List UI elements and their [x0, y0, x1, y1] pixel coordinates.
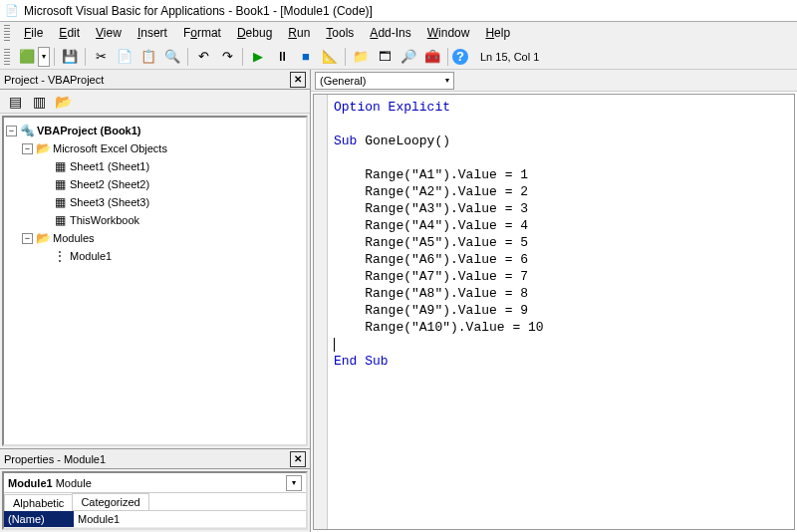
properties-panel-title: Properties - Module1	[4, 453, 106, 465]
object-combo[interactable]: (General) ▾	[315, 72, 454, 90]
object-combo-value: (General)	[320, 75, 366, 87]
code-editor[interactable]: Option Explicit Sub GoneLoopy() Range("A…	[328, 95, 794, 529]
left-panel: Project - VBAProject ✕ ▤ ▥ 📂 − 🔩 VBAProj…	[0, 70, 311, 532]
separator	[345, 48, 346, 66]
menu-debug[interactable]: Debug	[229, 24, 280, 42]
folder-icon: 📂	[35, 140, 51, 156]
menu-tools[interactable]: Tools	[318, 24, 362, 42]
separator	[447, 48, 448, 66]
separator	[54, 48, 55, 66]
property-row[interactable]: (Name) Module1	[4, 511, 306, 528]
properties-panel: Properties - Module1 ✕ Module1 Module ▾ …	[0, 448, 310, 532]
tab-alphabetic[interactable]: Alphabetic	[4, 494, 73, 511]
cursor-position: Ln 15, Col 1	[470, 51, 549, 63]
menu-help[interactable]: Help	[477, 24, 518, 42]
view-object-button[interactable]: ▥	[28, 91, 50, 113]
project-icon: 🔩	[19, 123, 35, 138]
separator	[187, 48, 188, 66]
title-bar: 📄 Microsoft Visual Basic for Application…	[0, 0, 797, 22]
project-explorer-button[interactable]: 📁	[350, 46, 372, 68]
window-title: Microsoft Visual Basic for Applications …	[24, 4, 373, 18]
app-icon: 📄	[4, 3, 20, 19]
combo-object-name: Module1	[8, 477, 53, 489]
toolbar-grip[interactable]	[4, 49, 10, 65]
sheet-label: ThisWorkbook	[70, 214, 139, 226]
expand-icon[interactable]: −	[22, 143, 33, 154]
object-browser-button[interactable]: 🔎	[398, 46, 419, 68]
sheet-icon: ▦	[52, 176, 68, 192]
project-panel-title: Project - VBAProject	[4, 74, 104, 86]
folder-icon: 📂	[35, 230, 51, 246]
project-panel-header: Project - VBAProject ✕	[0, 70, 310, 90]
property-value[interactable]: Module1	[74, 511, 306, 527]
toggle-folders-button[interactable]: 📂	[52, 91, 74, 113]
workspace: Project - VBAProject ✕ ▤ ▥ 📂 − 🔩 VBAProj…	[0, 70, 797, 532]
chevron-down-icon[interactable]: ▾	[286, 475, 302, 491]
menu-insert[interactable]: Insert	[130, 24, 175, 42]
sheet-item[interactable]: ▦Sheet2 (Sheet2)	[6, 175, 304, 193]
cut-button[interactable]: ✂	[90, 46, 112, 68]
reset-button[interactable]: ■	[295, 46, 317, 68]
excel-objects-folder[interactable]: Microsoft Excel Objects	[53, 142, 167, 154]
project-root[interactable]: VBAProject (Book1)	[37, 125, 141, 136]
view-code-button[interactable]: ▤	[4, 91, 26, 113]
code-margin[interactable]	[314, 95, 328, 529]
sheet-icon: ▦	[52, 194, 68, 210]
modules-folder[interactable]: Modules	[53, 232, 95, 244]
sheet-icon: ▦	[52, 212, 68, 228]
sheet-item[interactable]: ▦ThisWorkbook	[6, 211, 304, 229]
code-editor-container: Option Explicit Sub GoneLoopy() Range("A…	[313, 94, 795, 530]
properties-panel-header: Properties - Module1 ✕	[0, 449, 310, 469]
module-item[interactable]: Module1	[70, 250, 112, 262]
sheet-label: Sheet1 (Sheet1)	[70, 160, 149, 172]
expand-icon[interactable]: −	[6, 126, 17, 136]
module-icon: ⋮	[52, 248, 68, 264]
sheet-item[interactable]: ▦Sheet3 (Sheet3)	[6, 193, 304, 211]
properties-panel-close[interactable]: ✕	[290, 451, 306, 467]
properties-object-combo[interactable]: Module1 Module ▾	[4, 473, 306, 493]
project-toolbar: ▤ ▥ 📂	[0, 90, 310, 114]
project-tree[interactable]: − 🔩 VBAProject (Book1) − 📂 Microsoft Exc…	[2, 116, 308, 446]
view-excel-button[interactable]: 🟩	[16, 46, 38, 68]
toolbar: 🟩 ▾ 💾 ✂ 📄 📋 🔍 ↶ ↷ ▶ ⏸ ■ 📐 📁 🗔 🔎 🧰 ? Ln 1…	[0, 44, 797, 70]
expand-icon[interactable]: −	[22, 233, 33, 244]
menu-view[interactable]: View	[88, 24, 130, 42]
menu-window[interactable]: Window	[419, 24, 478, 42]
run-button[interactable]: ▶	[247, 46, 269, 68]
menu-bar: FileEditViewInsertFormatDebugRunToolsAdd…	[0, 22, 797, 44]
menu-format[interactable]: Format	[175, 24, 229, 42]
sheet-label: Sheet2 (Sheet2)	[70, 178, 149, 190]
copy-button[interactable]: 📄	[114, 46, 135, 68]
properties-window-button[interactable]: 🗔	[374, 46, 396, 68]
code-object-bar: (General) ▾	[311, 70, 797, 92]
redo-button[interactable]: ↷	[216, 46, 238, 68]
menu-file[interactable]: File	[16, 24, 51, 42]
design-mode-button[interactable]: 📐	[319, 46, 341, 68]
tab-categorized[interactable]: Categorized	[72, 493, 148, 510]
paste-button[interactable]: 📋	[137, 46, 159, 68]
sheet-item[interactable]: ▦Sheet1 (Sheet1)	[6, 157, 304, 175]
insert-dropdown[interactable]: ▾	[38, 47, 50, 67]
undo-button[interactable]: ↶	[192, 46, 214, 68]
code-panel: (General) ▾ Option Explicit Sub GoneLoop…	[311, 70, 797, 532]
break-button[interactable]: ⏸	[271, 46, 293, 68]
separator	[85, 48, 86, 66]
menu-add-ins[interactable]: Add-Ins	[362, 24, 418, 42]
chevron-down-icon[interactable]: ▾	[445, 76, 449, 85]
menubar-grip[interactable]	[4, 25, 10, 41]
combo-object-type: Module	[56, 477, 92, 489]
project-panel-close[interactable]: ✕	[290, 72, 306, 88]
separator	[242, 48, 243, 66]
sheet-label: Sheet3 (Sheet3)	[70, 196, 149, 208]
menu-edit[interactable]: Edit	[51, 24, 88, 42]
sheet-icon: ▦	[52, 158, 68, 174]
toolbox-button[interactable]: 🧰	[421, 46, 443, 68]
menu-run[interactable]: Run	[280, 24, 318, 42]
help-button[interactable]: ?	[452, 49, 468, 65]
property-name: (Name)	[4, 511, 74, 527]
save-button[interactable]: 💾	[59, 46, 81, 68]
find-button[interactable]: 🔍	[161, 46, 183, 68]
